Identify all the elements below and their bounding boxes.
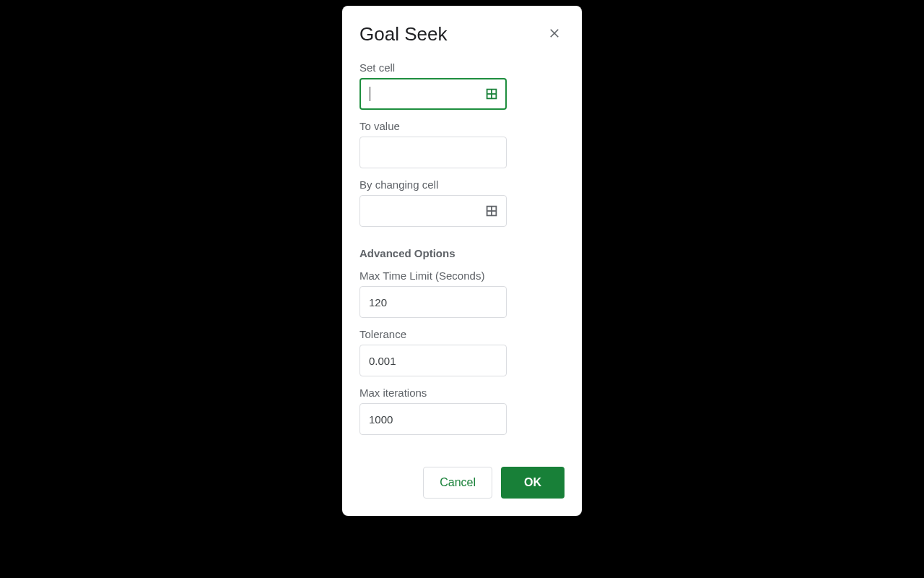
tolerance-input[interactable] [359,345,507,376]
dialog-title: Goal Seek [359,23,447,46]
grid-picker-icon[interactable] [485,87,498,100]
grid-picker-icon[interactable] [485,204,498,217]
max-iterations-label: Max iterations [359,387,565,399]
ok-button[interactable]: OK [501,467,565,499]
tolerance-label: Tolerance [359,328,565,340]
max-iterations-input-wrap [359,403,507,435]
set-cell-input-wrap [359,78,507,110]
dialog-header: Goal Seek [342,6,582,48]
max-time-limit-input-wrap [359,286,507,318]
close-button[interactable] [544,25,565,45]
max-time-limit-label: Max Time Limit (Seconds) [359,269,565,282]
text-caret [370,87,370,101]
max-time-limit-input[interactable] [359,286,507,318]
by-changing-cell-label: By changing cell [359,178,565,191]
tolerance-input-wrap [359,345,507,376]
close-icon [548,27,561,43]
max-time-limit-group: Max Time Limit (Seconds) [359,269,565,318]
to-value-group: To value [359,120,565,168]
dialog-footer: Cancel OK [342,435,582,516]
max-iterations-group: Max iterations [359,387,565,435]
cancel-button[interactable]: Cancel [423,467,492,499]
to-value-label: To value [359,120,565,132]
by-changing-cell-input-wrap [359,195,507,227]
advanced-options-heading: Advanced Options [359,247,565,259]
by-changing-cell-group: By changing cell [359,178,565,227]
goal-seek-dialog: Goal Seek Set cell [342,6,582,516]
to-value-input[interactable] [359,137,507,168]
set-cell-group: Set cell [359,61,565,110]
tolerance-group: Tolerance [359,328,565,376]
dialog-body: Set cell To value By changing ce [342,48,582,435]
to-value-input-wrap [359,137,507,168]
max-iterations-input[interactable] [359,403,507,435]
set-cell-label: Set cell [359,61,565,74]
